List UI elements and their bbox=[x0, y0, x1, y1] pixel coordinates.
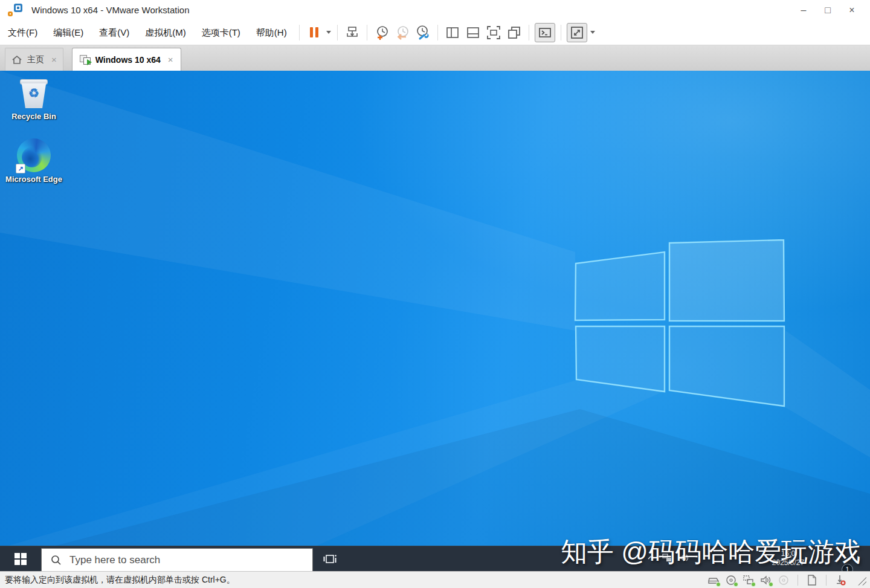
menu-help[interactable]: 帮助(H) bbox=[248, 20, 295, 45]
device-status-icons bbox=[707, 574, 866, 586]
toolbar-separator bbox=[561, 25, 561, 40]
library-panel-icon bbox=[445, 25, 460, 40]
take-snapshot-icon bbox=[374, 25, 390, 40]
menu-vm[interactable]: 虚拟机(M) bbox=[137, 20, 194, 45]
status-message: 要将输入定向到该虚拟机，请在虚拟机内部单击或按 Ctrl+G。 bbox=[5, 575, 235, 586]
ctrl-alt-del-icon bbox=[345, 25, 359, 40]
menu-edit[interactable]: 编辑(E) bbox=[45, 20, 91, 45]
task-view-button[interactable] bbox=[315, 546, 346, 571]
menu-tabs[interactable]: 选项卡(T) bbox=[194, 20, 248, 45]
task-view-icon bbox=[323, 553, 338, 565]
tab-home[interactable]: 主页 × bbox=[5, 48, 63, 71]
recycle-bin-label: Recycle Bin bbox=[2, 112, 65, 121]
take-snapshot-button[interactable] bbox=[373, 24, 391, 42]
minimize-button[interactable]: – bbox=[791, 2, 816, 19]
stretch-dropdown-caret[interactable] bbox=[590, 31, 595, 34]
vm-display[interactable]: ♻ Recycle Bin ↗ Microsoft Edge Type here… bbox=[0, 71, 870, 571]
title-bar: Windows 10 x64 - VMware Workstation – □ … bbox=[0, 0, 870, 20]
stretch-guest-icon bbox=[570, 25, 584, 40]
vmware-app-icon bbox=[8, 4, 22, 16]
network-device-icon[interactable] bbox=[743, 574, 755, 586]
send-ctrl-alt-del-button[interactable] bbox=[343, 24, 361, 42]
pause-dropdown-caret[interactable] bbox=[326, 31, 331, 34]
home-icon bbox=[11, 55, 22, 65]
toolbar-separator bbox=[337, 25, 338, 40]
tab-home-close[interactable]: × bbox=[51, 54, 57, 65]
pause-button[interactable] bbox=[305, 24, 323, 42]
toolbar-separator bbox=[367, 25, 367, 40]
shortcut-arrow-badge: ↗ bbox=[16, 164, 25, 173]
edge-label: Microsoft Edge bbox=[2, 175, 65, 184]
vmware-workstation-window: Windows 10 x64 - VMware Workstation – □ … bbox=[0, 0, 870, 588]
revert-snapshot-button[interactable] bbox=[393, 24, 411, 42]
windows-start-icon bbox=[14, 553, 27, 565]
search-icon bbox=[50, 554, 62, 566]
vm-tab-icon bbox=[80, 55, 91, 65]
tab-windows10[interactable]: Windows 10 x64 × bbox=[72, 48, 181, 71]
vmware-status-bar: 要将输入定向到该虚拟机，请在虚拟机内部单击或按 Ctrl+G。 bbox=[0, 571, 870, 588]
unity-mode-button[interactable] bbox=[505, 24, 523, 42]
tab-bar: 主页 × Windows 10 x64 × bbox=[0, 45, 870, 71]
cd-dvd-device-icon[interactable] bbox=[725, 574, 737, 586]
close-button[interactable]: × bbox=[840, 2, 864, 19]
toolbar-separator bbox=[299, 25, 300, 40]
toolbar-separator bbox=[529, 25, 529, 40]
toolbar-separator bbox=[437, 25, 438, 40]
maximize-button[interactable]: □ bbox=[816, 2, 840, 19]
status-separator bbox=[826, 575, 826, 586]
menu-view[interactable]: 查看(V) bbox=[91, 20, 137, 45]
menu-toolbar: 文件(F) 编辑(E) 查看(V) 虚拟机(M) 选项卡(T) 帮助(H) bbox=[0, 20, 870, 45]
hard-disk-device-icon[interactable] bbox=[707, 574, 720, 586]
window-resize-grip[interactable] bbox=[856, 575, 866, 586]
inactive-device-icon[interactable] bbox=[778, 574, 790, 586]
zhihu-watermark: 知乎 @码码哈哈爱玩游戏 bbox=[561, 534, 861, 570]
tab-windows10-label: Windows 10 x64 bbox=[95, 55, 161, 65]
unity-mode-icon bbox=[506, 25, 522, 40]
windows-logo-wallpaper bbox=[574, 239, 785, 407]
start-button[interactable] bbox=[0, 546, 41, 571]
revert-snapshot-icon bbox=[395, 25, 410, 40]
fullscreen-icon bbox=[486, 25, 501, 40]
console-view-button[interactable] bbox=[535, 23, 555, 42]
menu-file[interactable]: 文件(F) bbox=[0, 20, 45, 45]
stretch-guest-button[interactable] bbox=[567, 23, 587, 42]
snapshot-manager-button[interactable] bbox=[414, 24, 432, 42]
show-library-button[interactable] bbox=[443, 24, 462, 42]
pause-icon bbox=[310, 27, 318, 37]
usb-disconnected-icon[interactable] bbox=[834, 574, 846, 586]
tab-home-label: 主页 bbox=[27, 54, 44, 65]
taskbar-search-box[interactable]: Type here to search bbox=[41, 548, 313, 571]
show-thumbnail-bar-button[interactable] bbox=[464, 24, 482, 42]
recycle-bin-icon: ♻ bbox=[18, 78, 50, 109]
window-title: Windows 10 x64 - VMware Workstation bbox=[31, 5, 189, 15]
status-separator bbox=[798, 575, 798, 586]
fullscreen-button[interactable] bbox=[485, 24, 503, 42]
search-placeholder: Type here to search bbox=[69, 554, 160, 566]
window-controls: – □ × bbox=[791, 2, 864, 19]
tab-windows10-close[interactable]: × bbox=[168, 54, 173, 65]
edge-icon: ↗ bbox=[17, 138, 51, 172]
message-log-icon[interactable] bbox=[806, 574, 818, 586]
thumbnail-bar-icon bbox=[466, 25, 480, 40]
snapshot-manager-icon bbox=[415, 25, 431, 40]
desktop-icon-recycle-bin[interactable]: ♻ Recycle Bin bbox=[2, 78, 65, 121]
sound-device-icon[interactable] bbox=[760, 574, 772, 586]
console-view-icon bbox=[538, 25, 552, 40]
desktop-icon-microsoft-edge[interactable]: ↗ Microsoft Edge bbox=[2, 138, 65, 184]
